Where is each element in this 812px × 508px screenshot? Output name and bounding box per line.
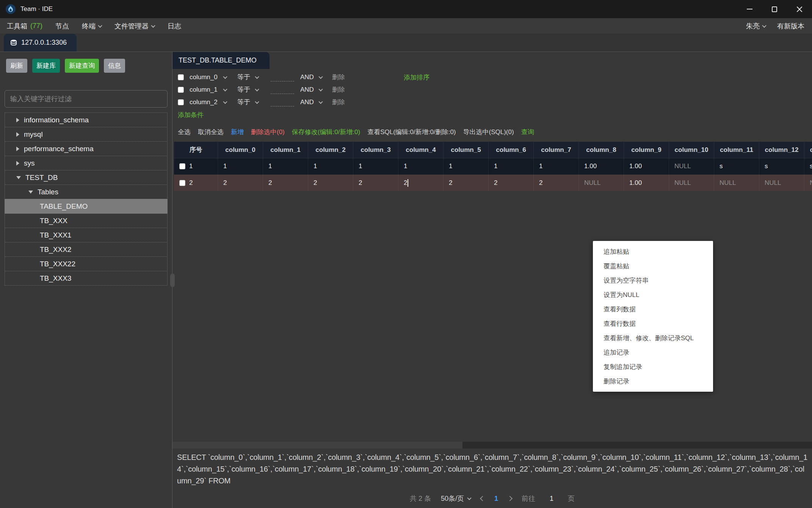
filter-checkbox[interactable] bbox=[178, 99, 184, 105]
page-size-select[interactable]: 50条/页 bbox=[441, 494, 471, 503]
table-cell[interactable]: 1 bbox=[489, 158, 534, 175]
context-menu-item-set-empty-string[interactable]: 设置为空字符串 bbox=[593, 273, 713, 288]
menu-item-toolbox[interactable]: 工具箱(77) bbox=[7, 22, 42, 31]
tree-item-tb-xxx[interactable]: TB_XXX bbox=[5, 213, 168, 228]
info-button[interactable]: 信息 bbox=[104, 59, 125, 73]
filter-checkbox[interactable] bbox=[178, 87, 184, 93]
filter-column-select[interactable]: column_0 bbox=[190, 73, 221, 81]
context-menu-item-append-record[interactable]: 追加记录 bbox=[593, 345, 713, 360]
tree-item-tb-xxx1[interactable]: TB_XXX1 bbox=[5, 228, 168, 242]
filter-value-input[interactable] bbox=[271, 86, 294, 94]
table-cell-editing[interactable]: 2 bbox=[398, 175, 444, 191]
table-cell[interactable]: NULL bbox=[669, 175, 714, 191]
chevron-down-icon[interactable] bbox=[223, 87, 227, 91]
table-header-cell[interactable]: column_8 bbox=[579, 142, 624, 158]
prev-page-button[interactable] bbox=[480, 496, 485, 501]
tree-item-table-demo[interactable]: TABLE_DEMO bbox=[5, 199, 168, 214]
save-changes-link[interactable]: 保存修改(编辑:0/新增:0) bbox=[292, 128, 360, 136]
filter-logic-select[interactable]: AND bbox=[300, 86, 317, 94]
filter-operator-select[interactable]: 等于 bbox=[237, 73, 253, 81]
table-cell[interactable]: NULL bbox=[714, 175, 759, 191]
table-cell[interactable]: 1.00 bbox=[579, 158, 624, 175]
table-cell[interactable]: 1 bbox=[218, 158, 263, 175]
refresh-button[interactable]: 刷新 bbox=[6, 59, 27, 73]
menu-item-logs[interactable]: 日志 bbox=[168, 22, 181, 31]
table-header-cell[interactable]: column_11 bbox=[714, 142, 759, 158]
filter-value-input[interactable] bbox=[271, 73, 294, 81]
table-cell[interactable]: 2 bbox=[308, 175, 353, 191]
table-cell[interactable]: 2 bbox=[489, 175, 534, 191]
table-cell[interactable]: 1 bbox=[444, 158, 489, 175]
table-header-cell[interactable]: column_0 bbox=[218, 142, 263, 158]
row-checkbox[interactable] bbox=[179, 163, 185, 169]
select-all-link[interactable]: 全选 bbox=[178, 128, 191, 136]
chevron-down-icon[interactable] bbox=[318, 87, 323, 91]
table-header-cell[interactable]: column_7 bbox=[534, 142, 579, 158]
chevron-down-icon[interactable] bbox=[255, 74, 259, 78]
table-cell[interactable]: 2 bbox=[444, 175, 489, 191]
tree-item-tb-xxx2[interactable]: TB_XXX2 bbox=[5, 242, 168, 257]
filter-column-select[interactable]: column_1 bbox=[190, 86, 221, 94]
filter-operator-select[interactable]: 等于 bbox=[237, 85, 253, 94]
filter-delete-link[interactable]: 删除 bbox=[332, 98, 345, 106]
table-cell[interactable]: 2 bbox=[534, 175, 579, 191]
menu-item-file-manager[interactable]: 文件管理器 bbox=[114, 22, 155, 31]
table-cell[interactable]: s bbox=[714, 158, 759, 175]
filter-operator-select[interactable]: 等于 bbox=[237, 98, 253, 106]
collapse-down-icon[interactable] bbox=[16, 176, 21, 179]
chevron-down-icon[interactable] bbox=[318, 74, 323, 78]
table-cell[interactable]: 1.00 bbox=[624, 158, 669, 175]
table-header-cell[interactable]: column_6 bbox=[489, 142, 534, 158]
minimize-button[interactable] bbox=[737, 0, 762, 18]
table-header-cell[interactable]: column_1 bbox=[263, 142, 308, 158]
table-cell[interactable]: 1 bbox=[534, 158, 579, 175]
table-header-cell[interactable]: column_10 bbox=[669, 142, 714, 158]
table-cell[interactable]: 1 bbox=[308, 158, 353, 175]
chevron-down-icon[interactable] bbox=[318, 99, 323, 103]
table-header-cell[interactable]: column_12 bbox=[759, 142, 804, 158]
deselect-all-link[interactable]: 取消全选 bbox=[198, 128, 224, 136]
context-menu-item-append-paste[interactable]: 追加粘贴 bbox=[593, 244, 713, 259]
tree-item-tb-xxx3[interactable]: TB_XXX3 bbox=[5, 271, 168, 286]
table-cell[interactable]: 1 bbox=[263, 158, 308, 175]
horizontal-scrollbar[interactable] bbox=[172, 442, 812, 449]
filter-logic-select[interactable]: AND bbox=[300, 98, 317, 106]
tree-filter-input[interactable] bbox=[5, 90, 168, 108]
query-link[interactable]: 查询 bbox=[521, 128, 534, 136]
table-cell[interactable]: 2 bbox=[218, 175, 263, 191]
expand-right-icon[interactable] bbox=[16, 118, 19, 122]
tree-item-mysql[interactable]: mysql bbox=[5, 127, 168, 142]
table-cell[interactable]: NULL bbox=[669, 158, 714, 175]
tree-item-tables[interactable]: Tables bbox=[5, 184, 168, 199]
current-page[interactable]: 1 bbox=[494, 495, 498, 503]
chevron-down-icon[interactable] bbox=[223, 74, 227, 78]
table-cell[interactable]: 1 bbox=[398, 158, 444, 175]
filter-value-input[interactable] bbox=[271, 98, 294, 106]
menu-item-node[interactable]: 节点 bbox=[55, 22, 69, 31]
table-header-cell[interactable]: column_2 bbox=[308, 142, 353, 158]
expand-right-icon[interactable] bbox=[16, 132, 19, 137]
table-cell[interactable]: 1 bbox=[353, 158, 398, 175]
new-database-button[interactable]: 新建库 bbox=[32, 59, 60, 73]
context-menu-item-delete-record[interactable]: 删除记录 bbox=[593, 374, 713, 388]
chevron-down-icon[interactable] bbox=[255, 87, 259, 91]
table-cell[interactable]: s bbox=[804, 158, 812, 175]
table-cell[interactable]: 1.00 bbox=[624, 175, 669, 191]
expand-right-icon[interactable] bbox=[16, 161, 19, 166]
table-header-cell[interactable]: column_3 bbox=[353, 142, 398, 158]
table-cell[interactable]: s bbox=[759, 158, 804, 175]
goto-page-input[interactable] bbox=[545, 495, 558, 503]
table-cell[interactable]: NULL bbox=[579, 175, 624, 191]
update-link[interactable]: 有新版本 bbox=[777, 22, 804, 31]
connection-tab[interactable]: 127.0.0.1:3306 bbox=[4, 34, 77, 52]
table-header-cell[interactable]: column_13 bbox=[804, 142, 812, 158]
collapse-down-icon[interactable] bbox=[28, 191, 33, 194]
tree-item-information-schema[interactable]: information_schema bbox=[5, 113, 168, 127]
next-page-button[interactable] bbox=[507, 496, 513, 501]
menu-item-terminal[interactable]: 终端 bbox=[82, 22, 102, 31]
table-tab[interactable]: TEST_DB.TABLE_DEMO bbox=[172, 52, 270, 69]
filter-delete-link[interactable]: 删除 bbox=[332, 73, 345, 81]
user-menu[interactable]: 朱亮 bbox=[746, 22, 766, 31]
tree-item-test-db[interactable]: TEST_DB bbox=[5, 170, 168, 185]
table-header-cell[interactable]: column_9 bbox=[624, 142, 669, 158]
